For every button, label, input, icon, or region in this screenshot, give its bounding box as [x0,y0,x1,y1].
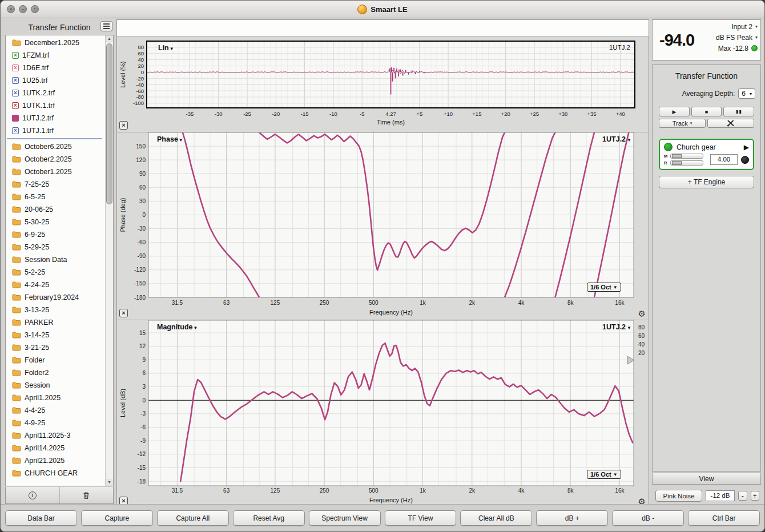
folder-item[interactable]: 4-9-25 [6,417,104,429]
folder-item[interactable]: October2.2025 [6,153,104,166]
phase-type-menu[interactable]: Phase▼ [157,135,183,143]
slider-thumb[interactable] [672,161,682,165]
magnitude-smoothing-menu[interactable]: 1/6 Oct▼ [587,470,621,479]
phase-trace-menu[interactable]: 1UTJ.2▼ [602,135,631,143]
slider-thumb[interactable] [672,154,682,158]
list-item-label: 1UTK.2.trf [22,89,55,97]
folder-item[interactable]: Folder2 [6,366,104,379]
folder-item[interactable]: 3-13-25 [6,304,104,316]
track-button[interactable]: Track▾ [659,119,706,128]
toolbar-spectrum-view[interactable]: Spectrum View [309,510,381,526]
folder-item[interactable]: 5-2-25 [6,266,104,279]
folder-item[interactable]: April21.2025 [6,454,104,467]
close-phase-button[interactable]: × [119,309,128,317]
level-increase-button[interactable]: + [751,491,760,501]
svg-text:+30: +30 [558,111,567,117]
engine-delay-input[interactable]: 4.00 [710,154,738,165]
folder-item[interactable]: Folder [6,354,104,366]
view-bar[interactable]: View [652,473,761,485]
folder-item[interactable]: 4-24-25 [6,279,104,291]
pause-button[interactable]: ▮▮ [723,107,754,116]
file-item[interactable]: ×1UTK.1.trf [6,99,104,112]
add-tf-engine-button[interactable]: + TF Engine [659,176,754,188]
toolbar-clear-all-db[interactable]: Clear All dB [460,510,532,526]
folder-item[interactable]: February19.2024 [6,291,104,304]
file-list-scrollbar[interactable]: ▲ ▼ [105,35,113,486]
list-item-label: October6.2025 [25,143,72,151]
toolbar-capture-all[interactable]: Capture All [157,510,229,526]
averaging-depth-select[interactable]: 6▾ [738,88,755,99]
input-select[interactable]: Input 2▾ [716,22,758,31]
magnitude-type-menu[interactable]: Magnitude▼ [157,323,198,331]
phase-chart[interactable]: 31.5631252505001k2k4k8k16k1501209060300-… [117,132,650,319]
file-item[interactable]: ×1U25.trf [6,74,104,87]
svg-text:15: 15 [139,330,146,336]
file-list[interactable]: December1.2025×1FZM.trf×1D6E.trf×1U25.tr… [5,35,114,486]
impulse-type-label: Lin [158,44,169,52]
engine-name: Church gear [677,143,740,151]
folder-item[interactable]: 6-9-25 [6,228,104,241]
folder-item[interactable]: 6-5-25 [6,191,104,203]
scroll-down-icon[interactable]: ▼ [106,479,113,486]
folder-item[interactable]: 5-30-25 [6,216,104,228]
file-item[interactable]: 1UTJ.2.trf [6,112,104,124]
impulse-chart[interactable]: -35-30-25-20-15-10-54.27+5+10+15+20+25+3… [117,37,650,131]
svg-text:125: 125 [271,487,280,494]
impulse-type-menu[interactable]: Lin▼ [158,44,174,52]
file-item[interactable]: ×1D6E.trf [6,62,104,74]
titlebar[interactable]: × − + Smaart LE [1,1,764,18]
phase-settings-gear-icon[interactable]: ⚙ [638,309,646,319]
folder-item[interactable]: 3-14-25 [6,329,104,341]
toolbar-db-[interactable]: dB + [536,510,608,526]
level-slider-handle[interactable] [627,356,635,365]
meter-scale-select[interactable]: dB FS Peak▾ [716,33,758,42]
file-list-menu-button[interactable] [100,21,112,31]
folder-item[interactable]: April14.2025 [6,442,104,454]
file-item[interactable]: ×1UTK.2.trf [6,87,104,99]
stop-button[interactable]: ■ [691,107,722,116]
reference-slider[interactable] [670,160,703,166]
delete-button[interactable] [60,487,114,503]
scroll-up-icon[interactable]: ▲ [106,35,113,42]
tools-button[interactable] [707,119,754,128]
bottom-toolbar: Data BarCaptureCapture AllReset AvgSpect… [1,504,764,531]
folder-item[interactable]: 3-21-25 [6,341,104,354]
toolbar-tf-view[interactable]: TF View [385,510,457,526]
folder-item[interactable]: Session [6,379,104,392]
folder-item[interactable]: PARKER [6,316,104,329]
folder-item[interactable]: 4-4-25 [6,404,104,417]
folder-item[interactable]: 7-25-25 [6,178,104,191]
folder-item[interactable]: 20-06-25 [6,203,104,216]
folder-item[interactable]: 5-29-25 [6,241,104,253]
list-item-label: Folder [25,356,45,364]
folder-item[interactable]: October1.2025 [6,166,104,178]
svg-text:250: 250 [320,487,329,494]
toolbar-data-bar[interactable]: Data Bar [5,510,77,526]
scrollbar-thumb[interactable] [106,43,112,204]
measurement-slider[interactable] [670,154,703,159]
engine-play-button[interactable]: ▶ [744,143,749,151]
toolbar-reset-avg[interactable]: Reset Avg [233,510,305,526]
engine-mute-button[interactable] [741,156,749,164]
level-decrease-button[interactable]: - [738,491,747,501]
file-item[interactable]: ×1UTJ.1.trf [6,124,104,137]
phase-smoothing-menu[interactable]: 1/6 Oct▼ [587,283,621,292]
magnitude-trace-menu[interactable]: 1UTJ.2▼ [602,323,631,331]
play-button[interactable]: ▶ [659,107,690,116]
file-item[interactable]: ×1FZM.trf [6,49,104,62]
folder-item[interactable]: April11.2025-3 [6,429,104,442]
list-item-label: 5-30-25 [25,218,49,226]
pink-noise-button[interactable]: Pink Noise [655,490,702,502]
folder-item[interactable]: CHURCH GEAR [6,467,104,479]
tf-engine-card[interactable]: Church gear ▶ M R 4.00 [659,139,754,170]
folder-item[interactable]: Session Data [6,253,104,266]
toolbar-capture[interactable]: Capture [81,510,153,526]
close-impulse-button[interactable]: × [119,121,128,130]
folder-item[interactable]: April1.2025 [6,392,104,404]
toolbar-ctrl-bar[interactable]: Ctrl Bar [688,510,760,526]
toolbar-db-[interactable]: dB - [612,510,684,526]
folder-item[interactable]: October6.2025 [6,140,104,153]
magnitude-chart[interactable]: 31.5631252505001k2k4k8k16k15129630-3-6-9… [117,320,650,507]
folder-item[interactable]: December1.2025 [6,37,104,49]
info-button[interactable]: i [6,487,59,503]
